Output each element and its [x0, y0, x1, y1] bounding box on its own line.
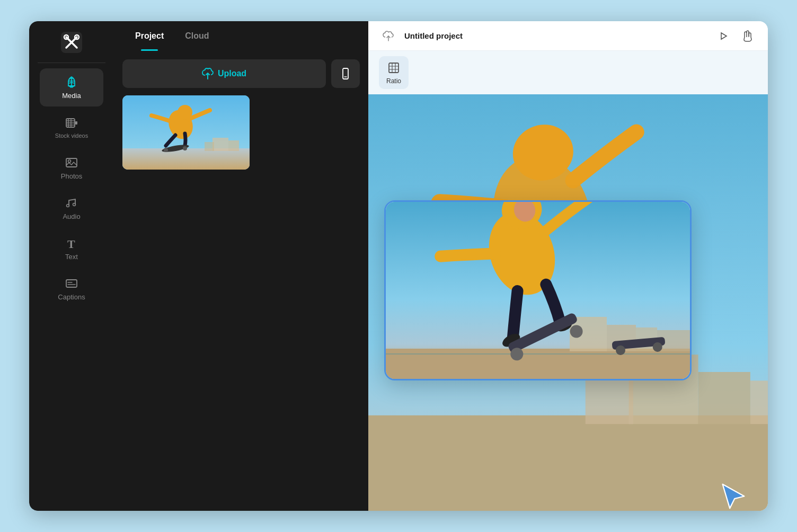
svg-point-30	[164, 148, 168, 152]
svg-rect-26	[205, 142, 214, 151]
upload-label: Upload	[218, 69, 246, 78]
preview-card-image	[386, 202, 690, 379]
svg-point-14	[67, 205, 69, 207]
svg-rect-40	[698, 372, 750, 424]
upload-button[interactable]: Upload	[122, 59, 326, 88]
svg-point-15	[73, 203, 76, 206]
svg-marker-67	[723, 484, 745, 508]
svg-point-13	[68, 160, 71, 163]
sidebar-captions-label: Captions	[58, 293, 85, 301]
header-icons	[714, 26, 757, 46]
sidebar-item-media[interactable]: Media	[40, 68, 103, 107]
app-logo	[59, 30, 84, 55]
center-content: Upload	[114, 51, 368, 178]
svg-rect-38	[368, 415, 768, 511]
svg-point-31	[183, 146, 187, 150]
sidebar-audio-label: Audio	[63, 212, 80, 220]
svg-text:T: T	[67, 237, 75, 250]
cloud-sync-icon[interactable]	[379, 26, 398, 46]
svg-rect-12	[66, 158, 77, 167]
thumbnail-image	[122, 95, 250, 170]
mobile-device-button[interactable]	[331, 59, 360, 88]
sidebar-item-text[interactable]: T Text	[40, 229, 103, 268]
ratio-button[interactable]: Ratio	[379, 56, 409, 89]
preview-card	[384, 200, 692, 380]
sidebar-divider	[38, 63, 105, 63]
svg-rect-42	[750, 380, 768, 424]
sidebar-photos-label: Photos	[61, 172, 82, 180]
play-button[interactable]	[714, 26, 733, 46]
action-row: Upload	[122, 59, 360, 88]
svg-rect-25	[228, 140, 239, 151]
sidebar-item-captions[interactable]: Captions	[40, 270, 103, 308]
sidebar-stock-label: Stock videos	[55, 132, 88, 139]
sidebar-item-photos[interactable]: Photos	[40, 149, 103, 187]
hand-tool-button[interactable]	[738, 26, 757, 46]
toolbar: Ratio	[368, 51, 768, 94]
header-left: Untitled project	[379, 26, 463, 46]
sidebar-item-audio[interactable]: Audio	[40, 189, 103, 227]
tabs-bar: Project Cloud	[114, 21, 368, 51]
project-title: Untitled project	[404, 31, 463, 40]
svg-rect-11	[75, 121, 77, 125]
svg-rect-32	[389, 63, 398, 73]
right-panel: Untitled project	[368, 21, 768, 511]
tab-cloud[interactable]: Cloud	[174, 21, 219, 51]
sidebar-text-label: Text	[65, 253, 78, 261]
center-panel: Project Cloud Upload	[114, 21, 368, 511]
preview-area	[368, 94, 768, 511]
sidebar-media-label: Media	[62, 92, 81, 100]
svg-rect-23	[122, 148, 250, 170]
svg-rect-20	[343, 68, 348, 79]
media-thumbnail[interactable]	[122, 95, 250, 170]
app-wrapper: Media Stock videos Photos	[29, 21, 768, 511]
right-header: Untitled project	[368, 21, 768, 51]
svg-rect-24	[212, 138, 228, 151]
ratio-label: Ratio	[386, 77, 401, 85]
sidebar-item-stock-videos[interactable]: Stock videos	[40, 109, 103, 147]
tab-project[interactable]: Project	[125, 21, 174, 51]
svg-rect-17	[66, 280, 77, 287]
sidebar: Media Stock videos Photos	[29, 21, 114, 511]
